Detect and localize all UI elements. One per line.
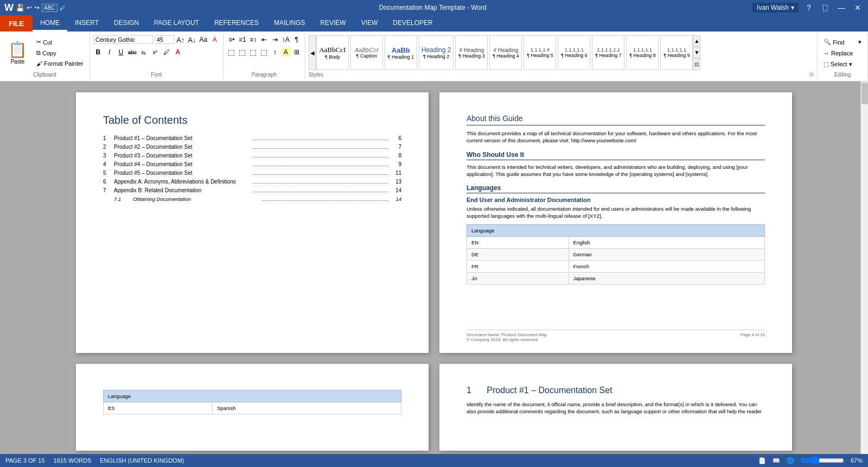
italic-button[interactable]: I xyxy=(105,47,114,57)
customize-icon[interactable]: 🖊 xyxy=(60,5,65,11)
font-shrink-button[interactable]: A↓ xyxy=(187,35,197,45)
style-heading6[interactable]: 1.1.1.1.1 ¶ Heading 6 xyxy=(558,35,590,70)
view-mode-print[interactable]: 📄 xyxy=(758,457,766,464)
styles-dialog-launcher[interactable]: ⊡ xyxy=(809,72,814,77)
font-group: A↑ A↓ Aa A B I U abc x₂ x² 🖊 A Font xyxy=(90,34,224,79)
style-body[interactable]: AaBbCcI ¶ Body xyxy=(316,35,349,70)
show-marks-button[interactable]: ¶ xyxy=(292,35,302,45)
style-heading3[interactable]: # Heading ¶ Heading 3 xyxy=(455,35,488,70)
undo-icon[interactable]: ↩ xyxy=(27,4,32,11)
bold-button[interactable]: B xyxy=(93,47,103,57)
lang-subtitle: End User and Administrator Documentation xyxy=(467,197,765,203)
user-account[interactable]: Ivan Walsh ▾ xyxy=(752,3,799,12)
h5-label: ¶ Heading 5 xyxy=(527,53,553,58)
tab-page-layout[interactable]: PAGE LAYOUT xyxy=(146,15,207,31)
align-right-button[interactable]: ⬚ xyxy=(248,47,258,57)
styles-scroll-left[interactable]: ◀ xyxy=(309,35,316,70)
tab-view[interactable]: VIEW xyxy=(354,15,386,31)
align-left-button[interactable]: ⬚ xyxy=(227,47,237,57)
numbering-button[interactable]: ≡1 xyxy=(238,35,247,45)
styles-scroll-down[interactable]: ▼ xyxy=(693,47,700,58)
strikethrough-button[interactable]: abc xyxy=(127,47,137,57)
redo-icon[interactable]: ↪ xyxy=(34,4,40,11)
style-heading7[interactable]: 1.1.1.1.1.1 ¶ Heading 7 xyxy=(592,35,624,70)
document-area: Table of Contents 1 Product #1 – Documen… xyxy=(0,81,868,454)
help-icon[interactable]: ? xyxy=(803,2,815,14)
font-family-input[interactable] xyxy=(93,35,153,44)
h7-label: ¶ Heading 7 xyxy=(595,53,621,58)
tab-home[interactable]: HOME xyxy=(33,15,67,31)
tab-developer[interactable]: DEVELOPER xyxy=(385,15,440,31)
paragraph-group: ≡• ≡1 ≡↕ ⇤ ⇥ ↕A ¶ ⬚ ⬚ ⬚ ⬚ ↕ A ⊞ Paragrap… xyxy=(224,34,305,79)
borders-button[interactable]: ⊞ xyxy=(292,47,302,57)
shading-button[interactable]: A xyxy=(281,47,291,57)
format-painter-button[interactable]: 🖌 Format Painter xyxy=(34,59,86,68)
style-heading9[interactable]: 1.1.1.1.1 ¶ Heading 9 xyxy=(660,35,693,70)
clear-format-button[interactable]: Aa xyxy=(199,35,208,45)
minimize-icon[interactable]: — xyxy=(835,2,847,14)
h6-label: ¶ Heading 6 xyxy=(561,53,587,58)
align-center-button[interactable]: ⬚ xyxy=(238,47,247,57)
clipboard-label: Clipboard xyxy=(3,71,86,78)
style-caption[interactable]: AaBbCcI ¶ Caption xyxy=(350,35,383,70)
superscript-button[interactable]: x² xyxy=(150,47,160,57)
underline-button[interactable]: U xyxy=(116,47,126,57)
zoom-slider[interactable] xyxy=(801,456,844,465)
footer-copyright: © Company 2018. All rights reserved. xyxy=(467,337,547,342)
font-color-button[interactable]: A xyxy=(173,47,183,57)
tab-review[interactable]: REVIEW xyxy=(312,15,353,31)
font-grow-button[interactable]: A↑ xyxy=(176,35,186,45)
view-mode-read[interactable]: 📖 xyxy=(773,457,780,464)
multilevel-list-button[interactable]: ≡↕ xyxy=(248,35,258,45)
h3-preview: # Heading xyxy=(459,47,484,53)
tab-mailings[interactable]: MAILINGS xyxy=(266,15,312,31)
font-size-input[interactable] xyxy=(155,35,174,44)
page-toc: Table of Contents 1 Product #1 – Documen… xyxy=(76,92,429,353)
replace-button[interactable]: ↔ Replace xyxy=(821,48,864,58)
paste-button[interactable]: 📋 Paste xyxy=(3,38,32,67)
vertical-scrollbar[interactable] xyxy=(860,81,868,454)
lang-name-ja: Japanese xyxy=(569,272,764,284)
style-heading2[interactable]: Heading 2 ¶ Heading 2 xyxy=(419,35,454,70)
text-effects-button[interactable]: A xyxy=(210,35,220,45)
style-heading5[interactable]: 1.1.1.1 # ¶ Heading 5 xyxy=(524,35,556,70)
spelling-icon[interactable]: ABC xyxy=(42,4,58,12)
styles-expand[interactable]: ⊡ xyxy=(693,58,700,70)
justify-button[interactable]: ⬚ xyxy=(259,47,269,57)
language-table: Language EN English DE German FR French xyxy=(467,224,765,285)
styles-scroll-up[interactable]: ▲ xyxy=(693,35,700,47)
language-indicator[interactable]: ENGLISH (UNITED KINGDOM) xyxy=(100,457,184,464)
decrease-indent-button[interactable]: ⇤ xyxy=(259,35,269,45)
window-title: Documentation Map Template - Word xyxy=(113,4,752,11)
select-label: Select ▾ xyxy=(831,61,852,68)
page-footer: Document Name: Product Document Map © Co… xyxy=(467,330,765,342)
scrollbar-thumb[interactable] xyxy=(861,83,868,104)
sort-button[interactable]: ↕A xyxy=(281,35,291,45)
subscript-button[interactable]: x₂ xyxy=(139,47,149,57)
word-count: 1615 WORDS xyxy=(54,457,92,464)
tab-references[interactable]: REFERENCES xyxy=(207,15,266,31)
close-icon[interactable]: ✕ xyxy=(852,2,864,14)
toc-entry-7-1: 7.1 Obtaining Documentation 14 xyxy=(103,196,401,202)
select-icon: ⬚ xyxy=(824,61,829,68)
line-spacing-button[interactable]: ↕ xyxy=(270,47,280,57)
h1-label: ¶ Heading 1 xyxy=(388,54,414,60)
style-heading8[interactable]: 1.1.1.1.1 ¶ Heading 8 xyxy=(626,35,659,70)
tab-file[interactable]: FILE xyxy=(0,15,33,31)
ribbon-tabs: FILE HOME INSERT DESIGN PAGE LAYOUT REFE… xyxy=(0,15,868,31)
bullets-button[interactable]: ≡• xyxy=(227,35,237,45)
save-icon[interactable]: 💾 xyxy=(16,4,24,12)
style-heading1[interactable]: AaBb ¶ Heading 1 xyxy=(385,35,417,70)
footer-page-num: Page 4 of 15 xyxy=(741,332,765,342)
cut-button[interactable]: ✂ Cut xyxy=(34,37,86,47)
tab-insert[interactable]: INSERT xyxy=(67,15,106,31)
increase-indent-button[interactable]: ⇥ xyxy=(270,35,280,45)
highlight-button[interactable]: 🖊 xyxy=(162,47,171,57)
tab-design[interactable]: DESIGN xyxy=(106,15,146,31)
copy-button[interactable]: ⧉ Copy xyxy=(34,48,86,58)
restore-icon[interactable]: ⎕ xyxy=(819,2,831,14)
style-heading4[interactable]: # Heading ¶ Heading 4 xyxy=(489,35,522,70)
select-button[interactable]: ⬚ Select ▾ xyxy=(821,59,864,70)
find-button[interactable]: 🔍 Find ▾ xyxy=(821,37,864,47)
view-mode-web[interactable]: 🌐 xyxy=(787,457,794,464)
